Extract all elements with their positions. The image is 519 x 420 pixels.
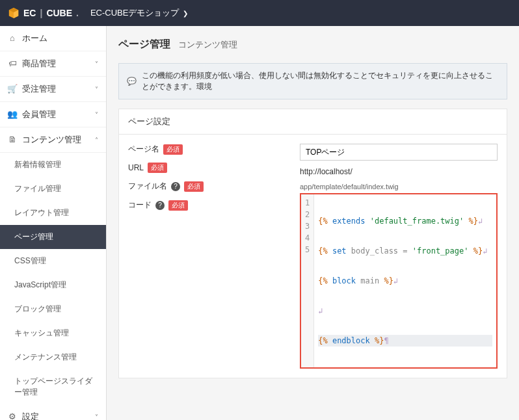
tag-icon: 🏷 — [8, 59, 17, 68]
required-badge: 必須 — [184, 181, 204, 192]
sidebar-item-label: 商品管理 — [22, 59, 56, 68]
form-panel: ページ名 必須 URL 必須 ファイル名 ? 必須 コード — [118, 134, 507, 378]
section-title: ページ設定 — [118, 109, 507, 134]
url-value: http://localhost/ — [300, 167, 498, 176]
label-text: ページ名 — [128, 144, 159, 155]
sidebar: ⌂ホーム 🏷商品管理 ˅ 🛒受注管理 ˅ 👥会員管理 ˅ 🗎コンテンツ管理 ˄ … — [0, 26, 107, 420]
chevron-up-icon: ˄ — [95, 137, 98, 144]
code-line: ↲ — [318, 305, 492, 317]
label-code: コード ? 必須 — [128, 200, 188, 211]
chevron-right-icon: ❯ — [183, 10, 188, 17]
required-badge: 必須 — [148, 163, 167, 173]
help-icon[interactable]: ? — [171, 182, 180, 191]
help-icon[interactable]: ? — [155, 201, 165, 210]
line-number: 2 — [305, 209, 310, 220]
alert-text: この機能の利用頻度が低い場合、使用しない間は無効化することでセキュリティを更に向… — [142, 70, 499, 92]
sidebar-item-content[interactable]: 🗎コンテンツ管理 ˄ — [0, 127, 106, 153]
form-values-col: http://localhost/ app/template/default/i… — [300, 144, 498, 369]
sidebar-sub-news[interactable]: 新着情報管理 — [0, 153, 106, 177]
page-title-sub: コンテンツ管理 — [178, 40, 237, 49]
chevron-down-icon: ˅ — [95, 413, 98, 421]
line-number: 1 — [305, 197, 310, 209]
chevron-down-icon: ˅ — [95, 111, 98, 118]
line-number: 3 — [305, 220, 310, 232]
cart-icon: 🛒 — [8, 84, 17, 94]
label-text: URL — [128, 163, 144, 172]
form-labels-col: ページ名 必須 URL 必須 ファイル名 ? 必須 コード — [128, 144, 284, 369]
file-path: app/template/default/index.twig — [300, 183, 498, 190]
shop-name-link[interactable]: EC-CUBEデモショップ ❯ — [90, 7, 189, 19]
sidebar-sub-block[interactable]: ブロック管理 — [0, 297, 106, 321]
code-line: {% extends 'default_frame.twig' %}↲ — [318, 215, 492, 227]
line-number: 5 — [305, 244, 310, 256]
page-name-input[interactable] — [300, 144, 498, 161]
sidebar-item-label: コンテンツ管理 — [22, 135, 81, 144]
sidebar-sub-js[interactable]: JavaScript管理 — [0, 273, 106, 297]
main-content: ページ管理 コンテンツ管理 💬 この機能の利用頻度が低い場合、使用しない間は無効… — [107, 26, 519, 420]
chevron-down-icon: ˅ — [95, 86, 98, 93]
sidebar-sub-file[interactable]: ファイル管理 — [0, 177, 106, 201]
sidebar-item-label: ホーム — [22, 33, 47, 43]
sidebar-sub-css[interactable]: CSS管理 — [0, 249, 106, 273]
users-icon: 👥 — [8, 109, 17, 119]
logo-dot: . — [76, 8, 79, 18]
code-gutter: 1 2 3 4 5 — [301, 194, 314, 367]
label-page-name: ページ名 必須 — [128, 144, 183, 155]
required-badge: 必須 — [163, 144, 183, 155]
cube-icon — [8, 7, 20, 19]
sidebar-item-products[interactable]: 🏷商品管理 ˅ — [0, 51, 106, 77]
shop-name-text: EC-CUBEデモショップ — [90, 7, 180, 19]
sidebar-item-label: 設定 — [22, 412, 39, 420]
code-line: {% set body_class = 'front_page' %}↲ — [318, 245, 492, 257]
sidebar-sub-maintenance[interactable]: メンテナンス管理 — [0, 345, 106, 369]
logo-text-2: CUBE — [46, 8, 72, 18]
label-text: コード — [128, 200, 152, 211]
sidebar-item-home[interactable]: ⌂ホーム — [0, 26, 106, 51]
comment-icon: 💬 — [127, 77, 137, 86]
logo[interactable]: EC | CUBE . — [8, 7, 79, 19]
label-file-name: ファイル名 ? 必須 — [128, 181, 204, 192]
sidebar-sub-page[interactable]: ページ管理 — [0, 225, 106, 249]
gear-icon: ⚙ — [8, 412, 17, 420]
page-title: ページ管理 コンテンツ管理 — [118, 38, 507, 51]
sidebar-item-members[interactable]: 👥会員管理 ˅ — [0, 102, 106, 127]
app-header: EC | CUBE . EC-CUBEデモショップ ❯ — [0, 0, 519, 26]
code-body[interactable]: {% extends 'default_frame.twig' %}↲ {% s… — [314, 194, 496, 367]
label-url: URL 必須 — [128, 163, 167, 173]
code-editor[interactable]: 1 2 3 4 5 {% extends 'default_frame.twig… — [300, 193, 498, 369]
required-badge: 必須 — [168, 200, 188, 211]
logo-divider: | — [40, 8, 42, 18]
sidebar-item-label: 受注管理 — [22, 84, 56, 94]
sidebar-item-orders[interactable]: 🛒受注管理 ˅ — [0, 77, 106, 102]
sidebar-item-settings[interactable]: ⚙設定 ˅ — [0, 404, 106, 420]
line-number: 4 — [305, 232, 310, 244]
file-icon: 🗎 — [8, 135, 17, 144]
sidebar-item-label: 会員管理 — [22, 109, 56, 119]
home-icon: ⌂ — [8, 33, 17, 43]
sidebar-sub-layout[interactable]: レイアウト管理 — [0, 201, 106, 225]
code-line: {% block main %}↲ — [318, 275, 492, 287]
page-title-main: ページ管理 — [118, 38, 170, 49]
chevron-down-icon: ˅ — [95, 60, 98, 68]
code-line: {% endblock %}¶ — [318, 335, 492, 347]
label-text: ファイル名 — [128, 181, 167, 192]
logo-text-1: EC — [23, 8, 36, 18]
sidebar-sub-cache[interactable]: キャッシュ管理 — [0, 321, 106, 345]
info-alert: 💬 この機能の利用頻度が低い場合、使用しない間は無効化することでセキュリティを更… — [118, 63, 507, 99]
sidebar-sub-slider[interactable]: トップページスライダー管理 — [0, 369, 106, 404]
